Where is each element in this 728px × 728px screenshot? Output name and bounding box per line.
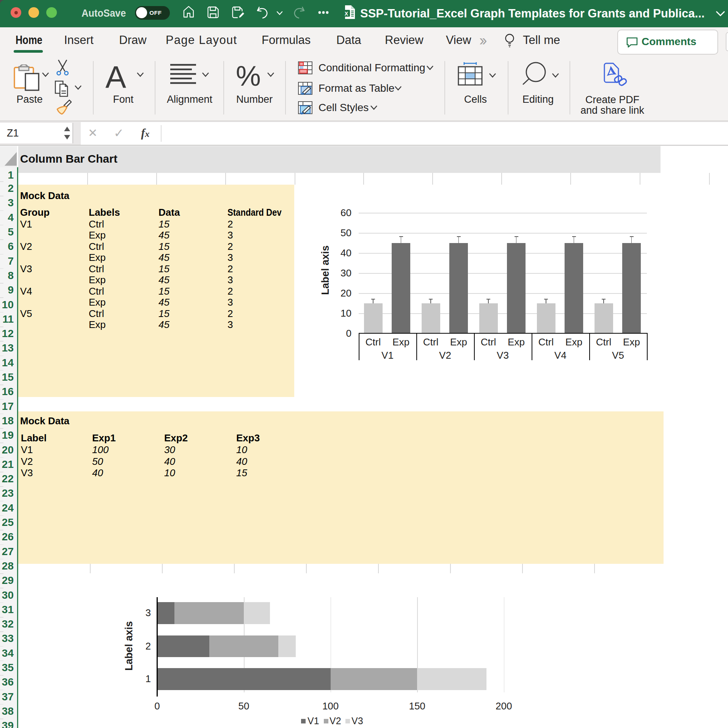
svg-text:X: X	[345, 11, 348, 17]
